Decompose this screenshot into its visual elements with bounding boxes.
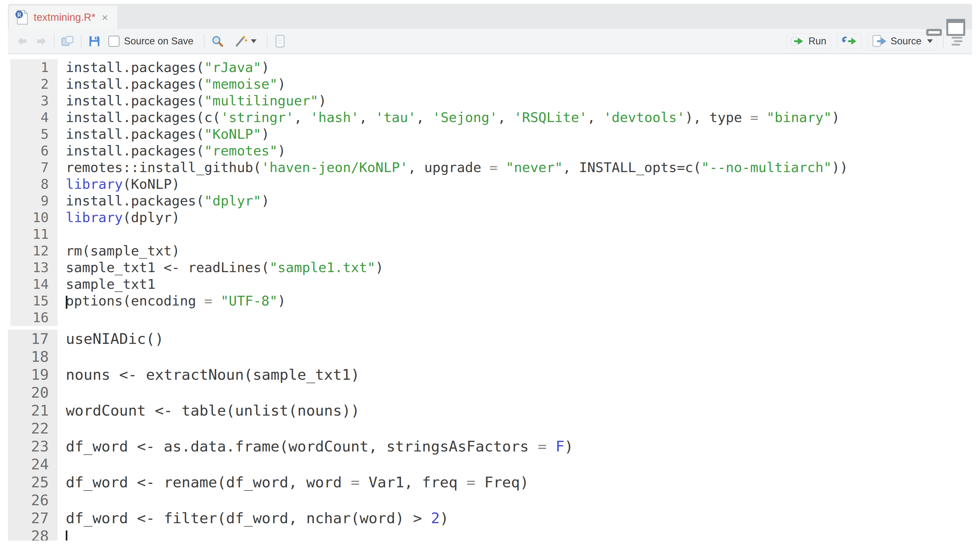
code-tools-button[interactable] — [231, 32, 261, 50]
code-line[interactable]: 14sample_txt1 — [10, 276, 972, 293]
line-number[interactable]: 13 — [10, 259, 57, 276]
code-text[interactable]: sample_txt1 — [57, 276, 156, 293]
code-line[interactable]: 22 — [8, 419, 972, 437]
code-line[interactable]: 18 — [8, 347, 972, 366]
code-line[interactable]: 11 — [10, 226, 972, 243]
document-outline-icon[interactable] — [950, 35, 964, 48]
line-number[interactable]: 8 — [10, 176, 57, 192]
source-on-save-toggle[interactable]: Source on Save — [107, 33, 198, 49]
line-number[interactable]: 4 — [10, 109, 57, 126]
code-text[interactable]: useNIADic() — [57, 330, 164, 347]
code-text[interactable]: nouns <- extractNoun(sample_txt1) — [57, 366, 360, 384]
search-magnifier-icon[interactable] — [211, 35, 224, 48]
code-text[interactable]: df_word <- as.data.frame(wordCount, stri… — [57, 437, 573, 455]
code-text[interactable]: library(dplyr) — [57, 209, 180, 226]
code-line[interactable]: 9install.packages("dplyr") — [10, 192, 972, 209]
code-text[interactable]: remotes::install_github('haven-jeon/KoNL… — [57, 159, 848, 176]
code-text[interactable] — [57, 309, 66, 326]
code-text[interactable]: install.packages("memoise") — [57, 76, 286, 92]
code-line[interactable]: 15options(encoding = "UTF-8") — [10, 293, 972, 309]
code-line[interactable]: 25df_word <- rename(df_word, word = Var1… — [8, 473, 972, 491]
line-number[interactable]: 9 — [10, 192, 57, 209]
code-line[interactable]: 19nouns <- extractNoun(sample_txt1) — [8, 366, 972, 384]
code-line[interactable]: 3install.packages("multilinguer") — [10, 92, 972, 109]
line-number[interactable]: 3 — [10, 92, 57, 109]
code-text[interactable]: options(encoding = "UTF-8") — [57, 293, 286, 309]
code-line[interactable]: 21wordCount <- table(unlist(nouns)) — [8, 401, 972, 419]
line-number[interactable]: 2 — [10, 76, 57, 92]
line-number[interactable]: 15 — [10, 293, 57, 309]
code-text[interactable]: install.packages(c('stringr', 'hash', 't… — [57, 109, 840, 126]
code-text[interactable] — [57, 455, 66, 473]
code-text[interactable] — [57, 226, 66, 243]
code-line[interactable]: 8library(KoNLP) — [10, 176, 972, 192]
maximize-pane-icon[interactable] — [946, 19, 965, 36]
code-text[interactable]: install.packages("KoNLP") — [57, 126, 269, 143]
back-arrow-icon[interactable] — [16, 36, 29, 47]
code-line[interactable]: 6install.packages("remotes") — [10, 143, 972, 159]
line-number[interactable]: 16 — [10, 309, 57, 326]
code-line[interactable]: 1install.packages("rJava") — [10, 59, 972, 76]
code-text[interactable]: install.packages("dplyr") — [57, 192, 269, 209]
line-number[interactable]: 25 — [8, 473, 57, 491]
tab-textmining[interactable]: R textmining.R* × — [9, 6, 118, 29]
code-line[interactable]: 4install.packages(c('stringr', 'hash', '… — [10, 109, 972, 126]
line-number[interactable]: 28 — [8, 527, 57, 541]
code-text[interactable]: install.packages("rJava") — [57, 59, 269, 76]
line-number[interactable]: 23 — [8, 437, 57, 455]
code-line[interactable]: 2install.packages("memoise") — [10, 76, 972, 92]
show-in-new-window-icon[interactable] — [61, 35, 75, 48]
code-text[interactable] — [57, 384, 66, 401]
line-number[interactable]: 27 — [8, 509, 57, 527]
code-text[interactable]: install.packages("multilinguer") — [57, 92, 326, 109]
save-floppy-icon[interactable] — [88, 35, 101, 48]
line-number[interactable]: 10 — [10, 209, 57, 226]
code-line[interactable]: 12rm(sample_txt) — [10, 243, 972, 259]
code-text[interactable]: df_word <- rename(df_word, word = Var1, … — [57, 473, 529, 491]
line-number[interactable]: 20 — [8, 384, 57, 401]
code-text[interactable]: library(KoNLP) — [57, 176, 180, 192]
code-text[interactable]: wordCount <- table(unlist(nouns)) — [57, 401, 360, 419]
code-line[interactable]: 26 — [8, 491, 972, 509]
code-line[interactable]: 17useNIADic() — [8, 330, 972, 347]
code-text[interactable]: rm(sample_txt) — [57, 243, 180, 259]
line-number[interactable]: 19 — [8, 366, 57, 384]
code-line[interactable]: 13sample_txt1 <- readLines("sample1.txt"… — [10, 259, 972, 276]
code-text[interactable] — [57, 527, 66, 541]
code-line[interactable]: 24 — [8, 455, 972, 473]
code-line[interactable]: 28 — [8, 527, 972, 541]
code-line[interactable]: 5install.packages("KoNLP") — [10, 126, 972, 143]
line-number[interactable]: 12 — [10, 243, 57, 259]
code-text[interactable]: sample_txt1 <- readLines("sample1.txt") — [57, 259, 383, 276]
minimize-pane-icon[interactable] — [926, 29, 942, 36]
forward-arrow-icon[interactable] — [35, 36, 48, 47]
code-line[interactable]: 20 — [8, 384, 972, 401]
code-text[interactable]: df_word <- filter(df_word, nchar(word) >… — [57, 509, 449, 527]
code-line[interactable]: 16 — [10, 309, 972, 326]
close-icon[interactable]: × — [100, 12, 109, 23]
line-number[interactable]: 18 — [8, 347, 57, 366]
line-number[interactable]: 5 — [10, 126, 57, 143]
code-text[interactable] — [57, 347, 66, 366]
code-text[interactable] — [57, 419, 66, 437]
rerun-button[interactable] — [837, 33, 861, 49]
code-text[interactable]: install.packages("remotes") — [57, 143, 286, 159]
line-number[interactable]: 17 — [8, 330, 57, 347]
line-number[interactable]: 1 — [10, 59, 57, 76]
line-number[interactable]: 26 — [8, 491, 57, 509]
source-on-save-checkbox[interactable] — [108, 36, 119, 47]
code-line[interactable]: 10library(dplyr) — [10, 209, 972, 226]
code-line[interactable]: 7remotes::install_github('haven-jeon/KoN… — [10, 159, 972, 176]
line-number[interactable]: 6 — [10, 143, 57, 159]
editor[interactable]: 1install.packages("rJava")2install.packa… — [8, 54, 972, 541]
line-number[interactable]: 11 — [10, 226, 57, 243]
compile-report-icon[interactable] — [274, 34, 286, 48]
run-button[interactable]: Run — [787, 33, 830, 49]
line-number[interactable]: 22 — [8, 419, 57, 437]
code-text[interactable] — [57, 491, 66, 509]
line-number[interactable]: 7 — [10, 159, 57, 176]
line-number[interactable]: 21 — [8, 401, 57, 419]
line-number[interactable]: 24 — [8, 455, 57, 473]
code-line[interactable]: 23df_word <- as.data.frame(wordCount, st… — [8, 437, 972, 455]
line-number[interactable]: 14 — [10, 276, 57, 293]
